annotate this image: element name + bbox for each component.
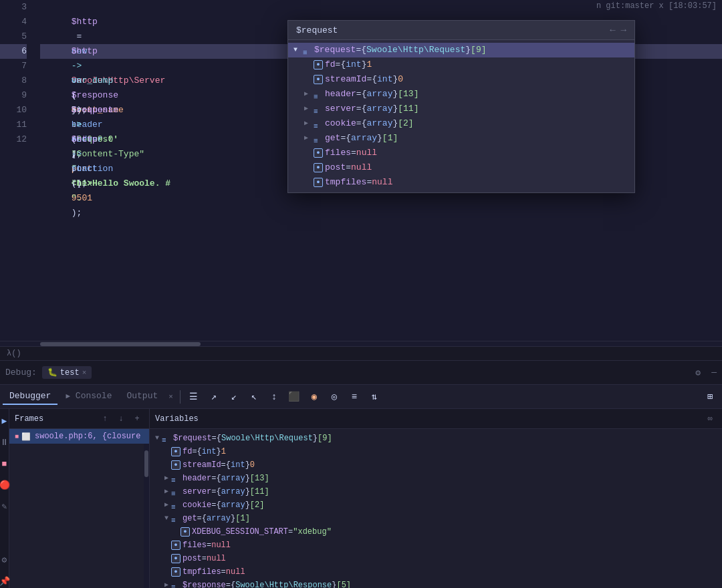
toolbar-layout-btn[interactable]: ⊞ [701,388,719,406]
toolbar-breakpoints-btn[interactable]: ◉ [305,388,324,406]
frames-vscroll-thumb[interactable] [144,450,148,477]
line-num-5: 5 [0,29,27,44]
line-num-10: 10 [0,103,27,118]
server-arr-icon: ≡ [314,104,323,114]
frames-vscroll[interactable] [144,444,149,588]
frames-panel-title: Frames [15,414,43,424]
line-numbers: 3 4 5 6 7 8 9 10 11 12 [0,0,33,341]
var-header-icon: ≡ [171,474,180,483]
debug-tab-close-btn[interactable]: × [82,369,87,377]
popup-body: ▼ ≡ $request = { Swoole\Http\Request } [… [288,40,634,192]
frames-up-btn[interactable]: ↑ [98,412,112,426]
debug-tab-icon: 🐛 [47,368,57,378]
popup-item-streamid[interactable]: ● streamId = { int } 0 [288,72,634,87]
debug-tab[interactable]: 🐛 test × [42,366,92,379]
tmpfiles-prop-icon: ● [314,178,323,187]
var-cookie-icon: ≡ [171,500,180,510]
frames-scroll-area [9,444,149,588]
popup-item-cookie[interactable]: ▶ ≡ cookie = { array } [2] [288,116,634,131]
popup-forward-btn[interactable]: → [621,25,626,35]
popup-nav: ← → [610,25,626,35]
frame-item-swoole[interactable]: ■ ⬜ swoole.php:6, {closure [9,429,149,444]
var-item-cookie[interactable]: ▶ ≡ cookie = { array } [2] [150,498,722,512]
popup-item-header[interactable]: ▶ ≡ header = { array } [13] [288,87,634,102]
variables-actions: ∞ [703,412,717,426]
editor-hscroll[interactable] [0,341,722,346]
line-num-12: 12 [0,132,27,147]
toolbar-mute-btn[interactable]: ◎ [325,388,344,406]
debug-minimize-btn[interactable]: — [711,368,717,378]
var-server-icon: ≡ [171,487,180,496]
var-item-post[interactable]: ● post = null [150,552,722,565]
output-close-btn[interactable]: × [166,393,176,401]
get-arrow-icon: ▶ [304,131,314,146]
var-tmpfiles-icon: ● [171,567,180,577]
frame-label: swoole.php:6, {closure [35,432,140,441]
popup-title: $request [296,25,338,35]
header-arrow-icon: ▶ [304,87,314,102]
streamid-prop-icon: ● [314,75,323,84]
frames-panel-header: Frames ↑ ↓ + [9,409,149,429]
cookie-arrow-icon: ▶ [304,116,314,131]
toolbar-frames-btn[interactable]: ≡ [345,388,364,406]
line-num-7: 7 [0,59,27,74]
var-item-xdebug[interactable]: ● XDEBUG_SESSION_START = "xdebug" [150,525,722,539]
var-get-icon: ≡ [171,514,180,523]
variables-eye-btn[interactable]: ∞ [703,412,717,426]
var-files-icon: ● [171,541,180,550]
toolbar-sort-btn[interactable]: ⇅ [365,388,384,406]
toolbar-step-over-btn[interactable]: ↗ [205,388,223,406]
var-item-server[interactable]: ▶ ≡ server = { array } [11] [150,485,722,498]
var-item-fd[interactable]: ● fd = { int } 1 [150,445,722,458]
popup-root-item[interactable]: ▼ ≡ $request = { Swoole\Http\Request } [… [288,43,634,57]
variables-panel-header: Variables ∞ [150,409,722,429]
tab-debugger[interactable]: Debugger [3,388,57,405]
var-xdebug-icon: ● [180,527,190,537]
popup-item-server[interactable]: ▶ ≡ server = { array } [11] [288,102,634,116]
tab-console[interactable]: ▶ Console [59,388,118,405]
line-num-9: 9 [0,88,27,103]
toolbar-sep-1 [180,390,180,404]
toolbar-step-into-btn[interactable]: ↙ [225,388,243,406]
frames-panel: Frames ↑ ↓ + ■ ⬜ swoole.php:6, {closure [9,409,150,588]
popup-item-files[interactable]: ● files = null [288,146,634,160]
popup-item-fd[interactable]: ● fd = { int } 1 [288,57,634,72]
line-num-6: 6 [0,44,27,59]
toolbar-menu-btn[interactable]: ☰ [185,388,203,406]
get-arr-icon: ≡ [314,134,323,143]
toolbar-step-out-btn[interactable]: ↖ [245,388,263,406]
var-item-header[interactable]: ▶ ≡ header = { array } [13] [150,472,722,485]
debug-settings-btn[interactable]: ⚙ [695,368,701,378]
debug-header: Debug: 🐛 test × ⚙ — [0,361,722,385]
var-item-files[interactable]: ● files = null [150,539,722,552]
frames-add-btn[interactable]: + [130,412,144,426]
popup-panel: $request ← → ▼ ≡ $request = { Swoole\Htt… [287,20,635,193]
cookie-arr-icon: ≡ [314,119,323,128]
var-item-request[interactable]: ▼ ≡ $request = { Swoole\Http\Request } [… [150,432,722,445]
tab-output[interactable]: Output [120,388,164,405]
toolbar-stop-watch-btn[interactable]: ⬛ [285,388,304,406]
line-num-8: 8 [0,74,27,88]
debug-tab-label: test [60,368,80,378]
var-item-response[interactable]: ▶ ≡ $response = { Swoole\Http\Response }… [150,579,722,588]
popup-item-tmpfiles[interactable]: ● tmpfiles = null [288,175,634,190]
var-response-icon: ≡ [171,581,180,588]
lambda-bar: λ() [0,346,722,361]
var-item-streamid[interactable]: ● streamId = { int } 0 [150,458,722,472]
var-fd-icon: ● [171,447,180,456]
var-item-get[interactable]: ▼ ≡ get = { array } [1] [150,512,722,525]
var-item-tmpfiles[interactable]: ● tmpfiles = null [150,565,722,579]
toolbar-run-btn[interactable]: ↕ [265,388,283,406]
popup-item-post[interactable]: ● post = null [288,160,634,175]
root-class-name: Swoole\Http\Request [366,43,465,57]
var-streamid-icon: ● [171,460,180,470]
lambda-text: λ() [7,349,21,358]
popup-back-btn[interactable]: ← [610,25,615,35]
editor-hscroll-thumb[interactable] [40,342,201,346]
line-num-3: 3 [0,0,27,15]
popup-item-get[interactable]: ▶ ≡ get = { array } [1] [288,131,634,146]
variables-container: Variables ∞ ▼ ≡ $request = { Swoole\Http… [150,409,722,588]
frames-down-btn[interactable]: ↓ [114,412,128,426]
variables-panel-title: Variables [155,414,199,424]
frame-file-icon: ⬜ [21,432,31,441]
